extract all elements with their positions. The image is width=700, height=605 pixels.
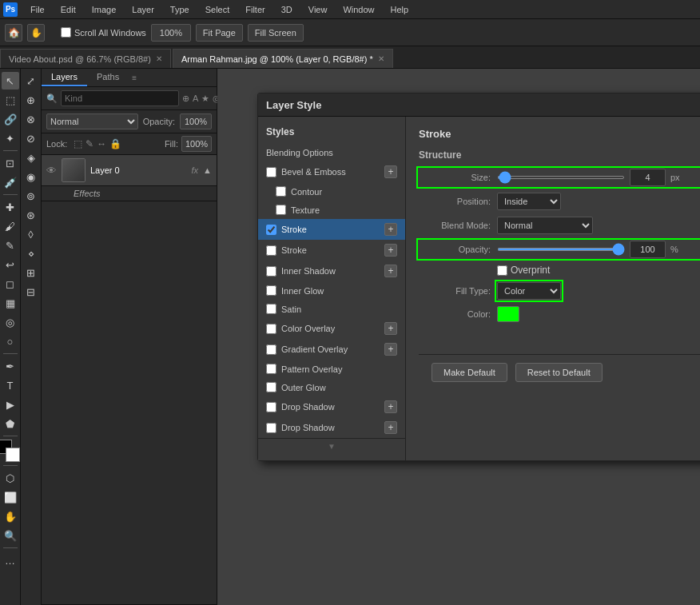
menu-3d[interactable]: 3D xyxy=(278,5,296,14)
style-drop-shadow-2[interactable]: Drop Shadow + xyxy=(258,417,405,438)
menu-image[interactable]: Image xyxy=(89,5,120,14)
style-pattern-overlay[interactable]: Pattern Overlay xyxy=(258,360,405,378)
tab-video-about[interactable]: Video About.psd @ 66.7% (RGB/8#) ✕ xyxy=(0,49,171,68)
drop-shadow-2-checkbox[interactable] xyxy=(266,423,276,433)
color-overlay-add-btn[interactable]: + xyxy=(384,322,397,335)
color-swatch[interactable] xyxy=(497,306,519,322)
path-selection-tool[interactable]: ▶ xyxy=(2,396,19,413)
dodge-tool[interactable]: ○ xyxy=(2,332,19,350)
tab-close-video[interactable]: ✕ xyxy=(156,54,162,63)
texture-checkbox[interactable] xyxy=(276,205,286,215)
fill-input[interactable] xyxy=(181,136,212,152)
opacity-slider[interactable] xyxy=(497,248,625,251)
layer-0-item[interactable]: 👁 Layer 0 fx ▲ xyxy=(42,155,217,186)
make-default-button[interactable]: Make Default xyxy=(432,363,507,382)
layer-visibility-icon[interactable]: 👁 xyxy=(46,165,57,177)
menu-filter[interactable]: Filter xyxy=(242,5,268,14)
menu-type[interactable]: Type xyxy=(167,5,193,14)
bevel-emboss-checkbox[interactable] xyxy=(266,167,276,177)
style-stroke-2[interactable]: Stroke + xyxy=(258,240,405,261)
style-inner-shadow[interactable]: Inner Shadow + xyxy=(258,261,405,281)
tool-r10[interactable]: ⋄ xyxy=(22,245,40,262)
zoom-tool[interactable]: 🔍 xyxy=(2,527,19,544)
tool-r5[interactable]: ◈ xyxy=(22,149,40,166)
hand-tool-sidebar[interactable]: ✋ xyxy=(2,507,19,525)
style-inner-glow[interactable]: Inner Glow xyxy=(258,281,405,300)
move-tool[interactable]: ↖ xyxy=(2,72,19,90)
menu-file[interactable]: File xyxy=(27,5,48,14)
fit-page-button[interactable]: Fit Page xyxy=(196,24,243,42)
brush-tool[interactable]: 🖌 xyxy=(2,217,19,235)
rectangular-marquee-tool[interactable]: ⬚ xyxy=(2,91,19,109)
stroke-active-add-btn[interactable]: + xyxy=(384,223,397,236)
bevel-add-btn[interactable]: + xyxy=(384,165,397,178)
inner-glow-checkbox[interactable] xyxy=(266,285,276,296)
magic-wand-tool[interactable]: ✦ xyxy=(2,129,19,147)
drop-shadow-2-add-btn[interactable]: + xyxy=(384,421,397,434)
tool-r2[interactable]: ⊕ xyxy=(22,91,40,109)
color-overlay-checkbox[interactable] xyxy=(266,324,276,334)
menu-window[interactable]: Window xyxy=(340,5,377,14)
eraser-tool[interactable]: ◻ xyxy=(2,275,19,293)
size-number-input[interactable] xyxy=(630,169,666,186)
menu-edit[interactable]: Edit xyxy=(58,5,79,14)
filter-input[interactable] xyxy=(61,90,179,106)
zoom-input[interactable] xyxy=(151,24,191,42)
quick-mask-tool[interactable]: ⬡ xyxy=(2,469,19,487)
style-satin[interactable]: Satin xyxy=(258,300,405,318)
outer-glow-checkbox[interactable] xyxy=(266,382,276,392)
size-slider[interactable] xyxy=(497,176,625,179)
panel-menu-btn[interactable]: ≡ xyxy=(132,74,137,82)
hand-tool-button[interactable]: ✋ xyxy=(27,24,45,42)
screen-mode-tool[interactable]: ⬜ xyxy=(2,488,19,506)
opacity-number-input[interactable] xyxy=(630,241,666,258)
drop-shadow-1-checkbox[interactable] xyxy=(266,402,276,412)
eyedropper-tool[interactable]: 💉 xyxy=(2,173,19,191)
pattern-overlay-checkbox[interactable] xyxy=(266,364,276,374)
overprint-checkbox[interactable] xyxy=(497,265,507,276)
gradient-overlay-add-btn[interactable]: + xyxy=(384,343,397,356)
style-color-overlay[interactable]: Color Overlay + xyxy=(258,318,405,339)
tab-close-arman[interactable]: ✕ xyxy=(378,54,384,63)
tool-r9[interactable]: ◊ xyxy=(22,225,40,243)
position-select[interactable]: Inside Outside Center xyxy=(497,193,561,210)
style-outer-glow[interactable]: Outer Glow xyxy=(258,378,405,396)
tab-paths[interactable]: Paths xyxy=(87,69,129,86)
type-tool[interactable]: T xyxy=(2,376,19,394)
tool-r4[interactable]: ⊘ xyxy=(22,129,40,147)
filter-icon2[interactable]: A xyxy=(193,94,198,103)
tool-r11[interactable]: ⊞ xyxy=(22,264,40,281)
opacity-input[interactable] xyxy=(180,113,212,129)
tab-arman-rahman[interactable]: Arman Rahman.jpg @ 100% (Layer 0, RGB/8#… xyxy=(173,49,393,68)
background-color[interactable] xyxy=(6,448,20,462)
tool-r6[interactable]: ◉ xyxy=(22,168,40,185)
scroll-all-windows-checkbox[interactable] xyxy=(61,27,71,38)
shape-tool[interactable]: ⬟ xyxy=(2,415,19,432)
style-gradient-overlay[interactable]: Gradient Overlay + xyxy=(258,339,405,360)
blend-mode-select[interactable]: Normal xyxy=(46,113,138,129)
fill-screen-button[interactable]: Fill Screen xyxy=(248,24,304,42)
style-stroke-active[interactable]: Stroke + xyxy=(258,219,405,240)
blur-tool[interactable]: ◎ xyxy=(2,313,19,331)
reset-to-default-button[interactable]: Reset to Default xyxy=(515,363,603,382)
lasso-tool[interactable]: 🔗 xyxy=(2,110,19,128)
menu-help[interactable]: Help xyxy=(388,5,412,14)
style-texture[interactable]: Texture xyxy=(258,201,405,219)
tool-r1[interactable]: ⤢ xyxy=(22,72,40,90)
satin-checkbox[interactable] xyxy=(266,304,276,314)
drop-shadow-1-add-btn[interactable]: + xyxy=(384,400,397,413)
spot-healing-tool[interactable]: ✚ xyxy=(2,198,19,216)
tool-r12[interactable]: ⊟ xyxy=(22,283,40,301)
extra-tools[interactable]: … xyxy=(2,551,19,569)
tool-r7[interactable]: ⊚ xyxy=(22,187,40,205)
tool-r3[interactable]: ⊗ xyxy=(22,110,40,128)
menu-select[interactable]: Select xyxy=(202,5,233,14)
stroke-active-checkbox[interactable] xyxy=(266,225,276,235)
style-contour[interactable]: Contour xyxy=(258,182,405,201)
fill-type-select[interactable]: Color Gradient Pattern xyxy=(497,282,561,300)
style-bevel-emboss[interactable]: Bevel & Emboss + xyxy=(258,161,405,182)
crop-tool[interactable]: ⊡ xyxy=(2,154,19,172)
blend-mode-select-stroke[interactable]: Normal Dissolve Multiply xyxy=(497,217,593,234)
lock-icon1[interactable]: ⬚ xyxy=(74,138,82,149)
history-brush-tool[interactable]: ↩ xyxy=(2,256,19,273)
